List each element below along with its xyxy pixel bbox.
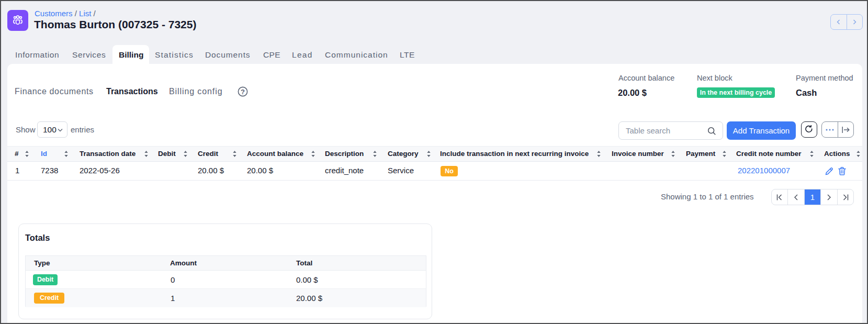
svg-text:?: ? (241, 88, 245, 96)
